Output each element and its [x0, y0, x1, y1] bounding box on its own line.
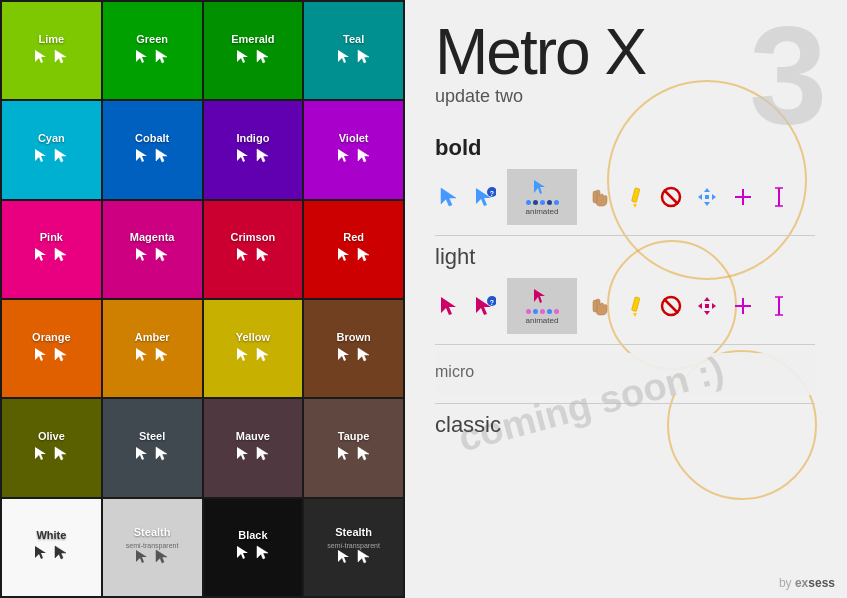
tile-magenta[interactable]: Magenta — [103, 201, 202, 298]
tile-mauve[interactable]: Mauve — [204, 399, 303, 496]
light-hand-cursor[interactable] — [585, 292, 613, 320]
tile-amber[interactable]: Amber — [103, 300, 202, 397]
cursor-arrow-0-amber[interactable] — [135, 347, 149, 367]
tile-cobalt[interactable]: Cobalt — [103, 101, 202, 198]
cursor-arrow-1-amber[interactable] — [155, 347, 169, 367]
tile-steel[interactable]: Steel — [103, 399, 202, 496]
cursor-arrow-0-yellow[interactable] — [236, 347, 250, 367]
tile-cyan[interactable]: Cyan — [2, 101, 101, 198]
cursor-arrow-0-magenta[interactable] — [135, 247, 149, 267]
cursor-arrow-1-orange[interactable] — [54, 347, 68, 367]
cursor-arrow-1-cyan[interactable] — [54, 148, 68, 168]
light-animated-cursor[interactable]: animated — [507, 278, 577, 334]
cursor-arrow-0-violet[interactable] — [337, 148, 351, 168]
cursor-arrow-1-indigo[interactable] — [256, 148, 270, 168]
cursor-arrow-0-stealth-black[interactable] — [337, 549, 351, 569]
cursor-arrow-1-red[interactable] — [357, 247, 371, 267]
svg-marker-81 — [712, 303, 716, 309]
cursor-arrow-1-mauve[interactable] — [256, 446, 270, 466]
cursor-arrow-0-orange[interactable] — [34, 347, 48, 367]
cursor-row-brown — [337, 347, 371, 367]
tile-crimson[interactable]: Crimson — [204, 201, 303, 298]
cursor-arrow-0-pink[interactable] — [34, 247, 48, 267]
cursor-arrow-1-brown[interactable] — [357, 347, 371, 367]
cursor-arrow-1-violet[interactable] — [357, 148, 371, 168]
bold-arrow-cursor[interactable] — [435, 183, 463, 211]
svg-marker-13 — [257, 149, 268, 162]
cursor-arrow-1-green[interactable] — [155, 49, 169, 69]
light-move-cursor[interactable] — [693, 292, 721, 320]
bold-pen-cursor[interactable] — [621, 183, 649, 211]
cursor-arrow-0-cyan[interactable] — [34, 148, 48, 168]
cursor-arrow-0-brown[interactable] — [337, 347, 351, 367]
cursor-arrow-0-teal[interactable] — [337, 49, 351, 69]
cursor-row-red — [337, 247, 371, 267]
cursor-arrow-1-crimson[interactable] — [256, 247, 270, 267]
bold-move-cursor[interactable] — [693, 183, 721, 211]
cursor-arrow-1-taupe[interactable] — [357, 446, 371, 466]
right-panel: 3 Metro X update two bold ? — [405, 0, 847, 598]
tile-red[interactable]: Red — [304, 201, 403, 298]
light-pen-cursor[interactable] — [621, 292, 649, 320]
cursor-arrow-0-indigo[interactable] — [236, 148, 250, 168]
svg-marker-2 — [136, 50, 147, 63]
svg-marker-60 — [698, 194, 702, 200]
tile-green[interactable]: Green — [103, 2, 202, 99]
cursor-arrow-0-white[interactable] — [34, 545, 48, 565]
cursor-arrow-0-crimson[interactable] — [236, 247, 250, 267]
cursor-arrow-1-black[interactable] — [256, 545, 270, 565]
tile-brown[interactable]: Brown — [304, 300, 403, 397]
cursor-arrow-1-pink[interactable] — [54, 247, 68, 267]
tile-stealth-white[interactable]: Stealthsemi-transparent — [103, 499, 202, 596]
light-arrow-badge-cursor[interactable]: ? — [471, 292, 499, 320]
bold-animated-cursor[interactable]: animated — [507, 169, 577, 225]
tile-pink[interactable]: Pink — [2, 201, 101, 298]
tile-teal[interactable]: Teal — [304, 2, 403, 99]
tile-olive[interactable]: Olive — [2, 399, 101, 496]
cursor-arrow-1-emerald[interactable] — [256, 49, 270, 69]
tile-indigo[interactable]: Indigo — [204, 101, 303, 198]
bold-hand-cursor[interactable] — [585, 183, 613, 211]
tile-white[interactable]: White — [2, 499, 101, 596]
light-text-cursor[interactable] — [765, 292, 793, 320]
cursor-arrow-0-emerald[interactable] — [236, 49, 250, 69]
tile-black[interactable]: Black — [204, 499, 303, 596]
light-arrow-cursor[interactable] — [435, 292, 463, 320]
cursor-arrow-1-magenta[interactable] — [155, 247, 169, 267]
cursor-arrow-1-cobalt[interactable] — [155, 148, 169, 168]
cursor-arrow-1-stealth-black[interactable] — [357, 549, 371, 569]
cursor-arrow-1-yellow[interactable] — [256, 347, 270, 367]
cursor-arrow-0-red[interactable] — [337, 247, 351, 267]
tile-violet[interactable]: Violet — [304, 101, 403, 198]
tile-emerald[interactable]: Emerald — [204, 2, 303, 99]
cursor-arrow-0-olive[interactable] — [34, 446, 48, 466]
cursor-arrow-0-cobalt[interactable] — [135, 148, 149, 168]
cursor-arrow-0-lime[interactable] — [34, 49, 48, 69]
cursor-arrow-0-steel[interactable] — [135, 446, 149, 466]
tile-lime[interactable]: Lime — [2, 2, 101, 99]
light-no-cursor[interactable] — [657, 292, 685, 320]
tile-yellow[interactable]: Yellow — [204, 300, 303, 397]
bold-text-cursor[interactable] — [765, 183, 793, 211]
cursor-row-emerald — [236, 49, 270, 69]
bold-cross-cursor[interactable] — [729, 183, 757, 211]
light-cross-cursor[interactable] — [729, 292, 757, 320]
cursor-arrow-0-stealth-white[interactable] — [135, 549, 149, 569]
cursor-arrow-0-green[interactable] — [135, 49, 149, 69]
cursor-arrow-1-white[interactable] — [54, 545, 68, 565]
cursor-arrow-0-taupe[interactable] — [337, 446, 351, 466]
cursor-arrow-1-stealth-white[interactable] — [155, 549, 169, 569]
bold-arrow-badge-cursor[interactable]: ? — [471, 183, 499, 211]
tile-stealth-black[interactable]: Stealthsemi-transparent — [304, 499, 403, 596]
cursor-arrow-1-olive[interactable] — [54, 446, 68, 466]
bold-no-cursor[interactable] — [657, 183, 685, 211]
cursor-arrow-1-lime[interactable] — [54, 49, 68, 69]
cursor-arrow-1-steel[interactable] — [155, 446, 169, 466]
svg-marker-9 — [55, 149, 66, 162]
cursor-arrow-1-teal[interactable] — [357, 49, 371, 69]
tile-taupe[interactable]: Taupe — [304, 399, 403, 496]
cursor-arrow-0-black[interactable] — [236, 545, 250, 565]
tile-orange[interactable]: Orange — [2, 300, 101, 397]
cursor-arrow-0-mauve[interactable] — [236, 446, 250, 466]
bold-section: bold ? — [435, 135, 817, 225]
